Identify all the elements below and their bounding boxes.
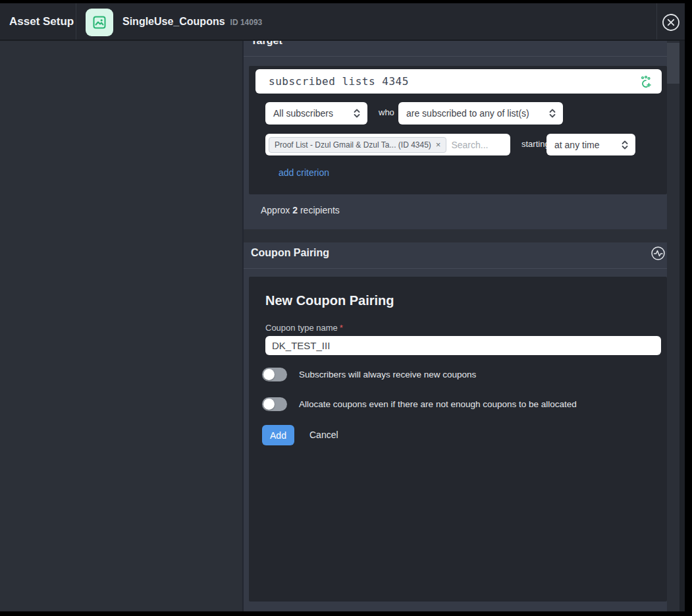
asset-type-tile [86,9,113,36]
selected-list-chip-label: Proof List - Dzul Gmail & Dzul Ta... (ID… [275,140,431,150]
toggle-label: Allocate coupons even if there are not e… [299,399,577,409]
select-stepper-icon [621,140,629,150]
scrollbar-track[interactable] [667,41,679,611]
select-stepper-icon [548,108,556,119]
coupon-type-name-input[interactable] [265,336,661,355]
starting-label: starting [521,139,550,149]
select-stepper-icon [353,108,361,119]
asset-name: SingleUse_Coupons [122,16,225,28]
add-subscribers-icon[interactable] [638,74,652,89]
approx-count: 2 [292,205,298,215]
cancel-button[interactable]: Cancel [309,430,338,440]
close-button[interactable] [661,13,681,32]
always-receive-new-coupons-toggle[interactable] [262,368,287,381]
selected-list-chip[interactable]: Proof List - Dzul Gmail & Dzul Ta... (ID… [269,137,446,153]
section-divider [244,56,667,57]
coupon-activity-button[interactable] [651,246,666,264]
list-search-box[interactable]: Proof List - Dzul Gmail & Dzul Ta... (ID… [265,134,510,155]
coupon-pairing-section-title: Coupon Pairing [251,247,329,259]
add-button[interactable]: Add [262,425,294,445]
approx-recipients-text: Approx 2 recipients [261,205,340,215]
allocate-even-if-not-enough-toggle[interactable] [262,397,287,411]
query-name-bar[interactable]: subscribed lists 4345 [255,69,662,94]
required-asterisk: * [340,323,343,333]
activity-pulse-icon [651,246,666,261]
target-section-title: Target [251,41,282,47]
header-divider [76,3,76,40]
section-divider [244,268,667,269]
condition-select[interactable]: are subscribed to any of list(s) [398,102,563,125]
query-name-text: subscribed lists 4345 [269,75,638,88]
modal-right-edge [679,41,685,611]
header-divider [656,3,657,40]
toggle-knob [263,369,275,380]
form-title: New Coupon Pairing [265,293,394,308]
toggle-row-new-coupons: Subscribers will always receive new coup… [262,368,476,381]
main-content-pane: Target subscribed lists 4345 All subscri… [244,41,667,611]
section-gap [244,229,667,242]
condition-select-value: are subscribed to any of list(s) [406,108,529,119]
subject-select-value: All subscribers [273,108,333,119]
modal-header: Asset Setup SingleUse_Coupons ID 14093 [0,3,685,41]
toggle-row-allocate-coupons: Allocate coupons even if there are not e… [262,397,577,411]
approx-prefix: Approx [261,205,292,215]
asset-title-group: SingleUse_Coupons ID 14093 [122,3,262,40]
add-criterion-link[interactable]: add criterion [279,167,329,178]
target-criteria-panel: subscribed lists 4345 All subscribers wh… [249,66,667,194]
time-select-value: at any time [554,140,599,150]
time-select[interactable]: at any time [546,134,635,155]
coupon-type-name-label: Coupon type name* [265,323,343,333]
search-input[interactable] [451,140,506,150]
approx-suffix: recipients [298,205,340,215]
toggle-knob [263,399,275,410]
asset-id-badge: ID 14093 [230,16,263,27]
subject-select[interactable]: All subscribers [265,102,367,125]
who-label: who [379,107,394,117]
asset-image-icon [92,14,107,30]
toggle-label: Subscribers will always receive new coup… [299,370,476,379]
coupon-pairing-panel: New Coupon Pairing Coupon type name* Sub… [249,277,667,602]
chip-remove-icon[interactable]: × [436,140,441,150]
left-settings-pane [0,41,242,611]
field-label-text: Coupon type name [265,323,338,333]
close-icon [661,13,681,32]
scrollbar-thumb[interactable] [667,43,679,84]
page-title: Asset Setup [9,3,74,40]
